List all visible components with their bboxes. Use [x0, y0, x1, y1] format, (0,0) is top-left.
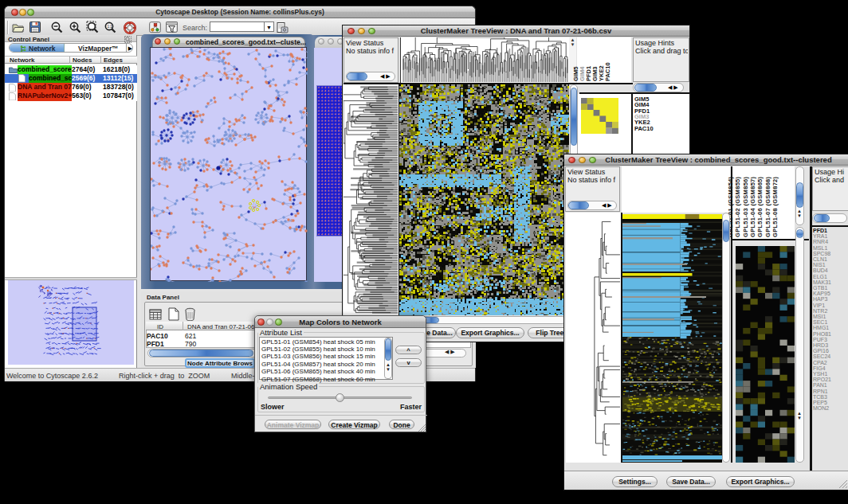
svg-text:1:1: 1:1: [108, 25, 113, 29]
